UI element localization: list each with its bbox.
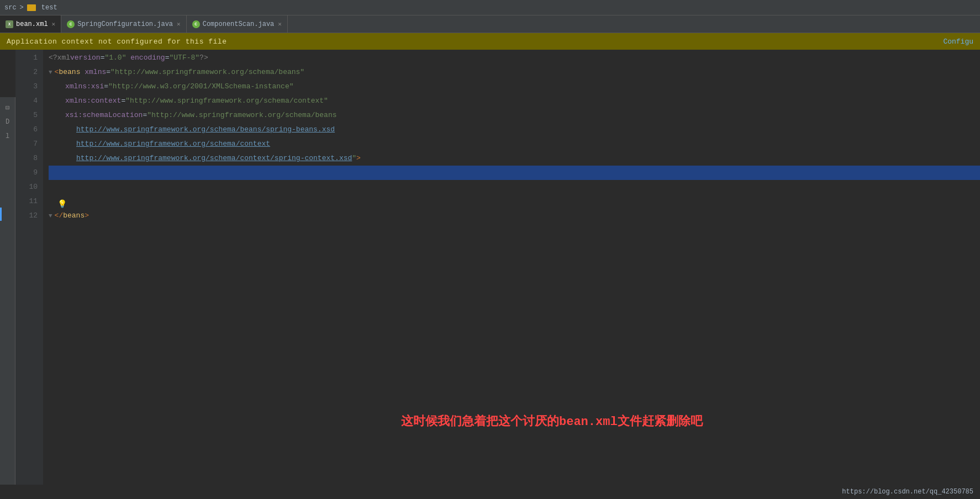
tab-spring-config[interactable]: C SpringConfiguration.java ✕ [61,15,186,33]
tab-label-spring-config: SpringConfiguration.java [77,20,173,28]
code-val-context: "http://www.springframework.org/schema/c… [125,94,328,108]
code-bracket-close: </ [55,209,64,223]
component-file-icon: C [192,20,200,28]
code-bracket-end-8: > [356,151,361,166]
code-url-7: http://www.springframework.org/schema/co… [76,137,270,151]
left-sidebar: ⊟ D l [0,97,15,485]
fold-2[interactable]: ▼ [49,65,52,79]
line-num-2: 2 [15,65,43,79]
code-line-3: xmlns:xsi = "http://www.w3.org/2001/XMLS… [49,79,980,94]
code-line-9 [49,166,980,180]
code-attr-xmlns-context: xmlns:context [65,94,121,108]
line-num-1: 1 [15,51,43,65]
code-eq-4: = [104,79,108,94]
sidebar-icon-1[interactable]: ⊟ [3,103,13,113]
line-numbers: 1 2 3 4 5 6 7 8 9 10 11 12 [15,50,43,485]
tabs-bar: X bean.xml ✕ C SpringConfiguration.java … [0,15,980,33]
tab-component-scan[interactable]: C ComponentScan.java ✕ [187,15,288,33]
code-line-5: xsi:schemaLocation = "http://www.springf… [49,108,980,123]
editor-area: ⊟ D l 1 2 3 4 5 6 7 8 9 10 11 12 <?xml v… [0,50,980,485]
code-val-close-quote: " [352,151,356,166]
code-line-8: http://www.springframework.org/schema/co… [49,151,980,166]
code-attr-encoding: encoding [130,51,165,65]
code-attr-xmlns: xmlns [85,65,106,79]
line-num-9: 9 [15,166,43,180]
sidebar-icon-2[interactable]: D [3,117,13,127]
tab-close-spring-config[interactable]: ✕ [177,20,181,28]
xml-file-icon: X [6,20,13,28]
line-num-11: 11 [15,194,43,209]
code-line-1: <?xml version = "1.0" encoding = "UTF-8"… [49,51,980,65]
code-tag-beans: beans [59,65,80,79]
configure-link[interactable]: Configu [943,38,973,46]
code-eq-3: = [106,65,110,79]
line-num-3: 3 [15,79,43,94]
code-line-12: ▼ </ beans > [49,209,980,223]
code-val-xsi: "http://www.w3.org/2001/XMLSchema-instan… [108,79,293,94]
line-num-12: 12 [15,209,43,223]
line-num-6: 6 [15,123,43,137]
lightbulb-icon[interactable] [57,197,66,206]
code-line-2: ▼ < beans xmlns = "http://www.springfram… [49,65,980,79]
warning-banner: Application context not configured for t… [0,33,980,50]
code-val-encoding: "UTF-8" [170,51,200,65]
line-num-8: 8 [15,151,43,166]
code-eq-6: = [143,108,147,123]
warning-text: Application context not configured for t… [7,38,226,46]
folder-icon [27,4,36,11]
spring-file-icon: C [67,20,75,28]
code-content: <?xml version = "1.0" encoding = "UTF-8"… [43,50,980,485]
tab-bean-xml[interactable]: X bean.xml ✕ [0,15,61,33]
src-label: src [4,4,17,12]
bottom-url: https://blog.csdn.net/qq_42350785 [842,488,973,496]
code-url-6: http://www.springframework.org/schema/be… [76,123,335,137]
code-bracket-gt: > [85,209,89,223]
folder-label: test [41,4,57,12]
code-line-7: http://www.springframework.org/schema/co… [49,137,980,151]
line-num-4: 4 [15,94,43,108]
code-space-1 [126,51,130,65]
code-prolog-1: <?xml [49,51,70,65]
code-line-10 [49,180,980,194]
code-url-8: http://www.springframework.org/schema/co… [76,151,352,166]
code-val-version: "1.0" [104,51,126,65]
line-num-7: 7 [15,137,43,151]
line-num-10: 10 [15,180,43,194]
code-line-4: xmlns:context = "http://www.springframew… [49,94,980,108]
code-prolog-end: ?> [199,51,208,65]
code-tag-beans-close: beans [63,209,85,223]
code-attr-schema-loc: xsi:schemaLocation [65,108,143,123]
code-val-xmlns: "http://www.springframework.org/schema/b… [110,65,304,79]
code-attr-version: version [70,51,101,65]
fold-12[interactable]: ▼ [49,209,52,223]
code-space-2 [80,65,85,79]
code-val-schema-loc-1: "http://www.springframework.org/schema/b… [147,108,336,123]
code-bracket-2: < [55,65,59,79]
annotation-text: 这时候我们急着把这个讨厌的bean.xml文件赶紧删除吧 [401,413,703,429]
code-eq-1: = [101,51,105,65]
code-eq-2: = [165,51,170,65]
tab-close-component-scan[interactable]: ✕ [278,20,282,28]
sidebar-icon-3[interactable]: l [3,131,13,141]
code-line-11 [49,194,980,209]
breadcrumb-separator: > [20,4,24,12]
sidebar-active-indicator [0,208,2,221]
tab-label-bean-xml: bean.xml [16,20,48,28]
tab-close-bean-xml[interactable]: ✕ [52,20,56,28]
code-eq-5: = [121,94,125,108]
code-line-6: http://www.springframework.org/schema/be… [49,123,980,137]
toolbar: src > test [0,0,980,15]
line-num-5: 5 [15,108,43,123]
code-attr-xmlns-xsi: xmlns:xsi [65,79,104,94]
tab-label-component-scan: ComponentScan.java [203,20,275,28]
